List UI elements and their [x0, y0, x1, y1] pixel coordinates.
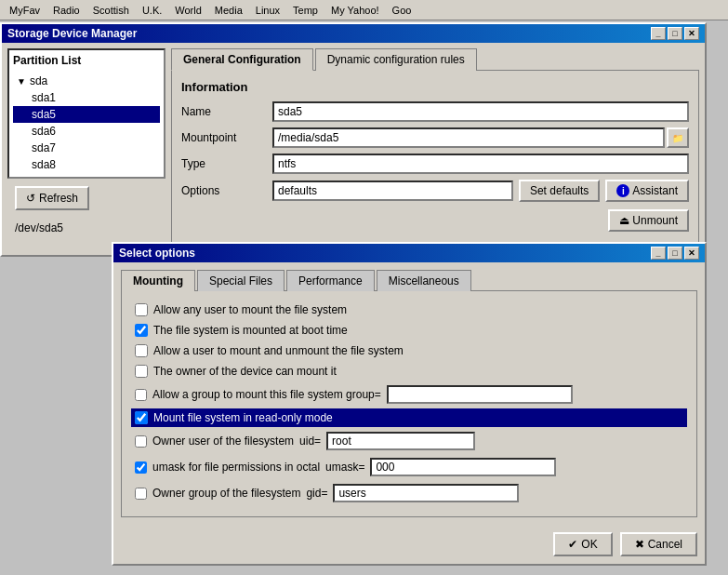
checkbox-label-6: Mount file system in read-only mode: [153, 411, 333, 424]
browse-button[interactable]: 📁: [667, 127, 689, 148]
taskbar-world[interactable]: World: [169, 3, 207, 18]
unmount-button[interactable]: ⏏ Unmount: [608, 209, 689, 232]
type-row: Type: [181, 154, 689, 174]
dialog-titlebar-buttons: _ □ ✕: [651, 247, 699, 260]
refresh-button[interactable]: ↺ Refresh: [15, 186, 89, 210]
checkbox-row-3: Allow a user to mount and unmount the fi…: [131, 341, 687, 360]
mountpoint-label: Mountpoint: [181, 131, 265, 144]
tab-dynamic-config[interactable]: Dynamic configuration rules: [315, 48, 477, 71]
checkbox-5[interactable]: [135, 389, 147, 401]
folder-icon: 📁: [672, 133, 683, 143]
select-options-dialog: Select options _ □ ✕ Mounting Special Fi…: [112, 242, 707, 566]
type-input[interactable]: [272, 154, 689, 174]
checkbox-row-5: Allow a group to mount this file system …: [131, 382, 687, 407]
checkbox-label-5: Allow a group to mount this file system …: [152, 388, 381, 401]
checkbox-label-7: Owner user of the filesystem: [152, 435, 294, 448]
taskbar-temp[interactable]: Temp: [287, 3, 324, 18]
arrow-down-icon: ▼: [17, 76, 26, 87]
tab-special-files[interactable]: Special Files: [197, 270, 285, 291]
checkbox-7[interactable]: [135, 435, 147, 448]
cancel-button[interactable]: ✖ Cancel: [620, 532, 697, 556]
checkbox-4[interactable]: [135, 365, 148, 378]
checkbox-6[interactable]: [135, 411, 148, 424]
mountpoint-row: Mountpoint 📁: [181, 127, 689, 148]
refresh-icon: ↺: [26, 192, 35, 205]
window-content: Partition List ▼ sda sda1 sda5 sda6 sda7: [2, 43, 705, 255]
partition-list-title: Partition List: [13, 54, 160, 67]
name-row: Name: [181, 101, 689, 122]
name-input[interactable]: [272, 101, 689, 122]
checkbox-row-4: The owner of the device can mount it: [131, 362, 687, 381]
mounting-tab-content: Allow any user to mount the file system …: [121, 290, 697, 517]
taskbar-media[interactable]: Media: [209, 3, 248, 18]
titlebar-buttons: _ □ ✕: [651, 27, 699, 40]
umask-input[interactable]: [370, 458, 556, 476]
minimize-button[interactable]: _: [651, 27, 666, 40]
checkbox-row-1: Allow any user to mount the file system: [131, 301, 687, 319]
group-input-5[interactable]: [387, 385, 573, 404]
partition-item-sda5[interactable]: sda5: [13, 106, 160, 123]
info-title: Information: [181, 80, 689, 94]
umask-label: umask=: [325, 461, 364, 474]
tab-performance[interactable]: Performance: [286, 270, 375, 291]
checkbox-1[interactable]: [135, 303, 148, 316]
uid-input[interactable]: [326, 432, 475, 450]
dialog-minimize-button[interactable]: _: [651, 247, 666, 260]
checkbox-label-9: Owner group of the filesystem: [152, 487, 300, 500]
checkbox-label-4: The owner of the device can mount it: [153, 365, 337, 378]
options-label: Options: [181, 184, 265, 197]
assistant-button[interactable]: i Assistant: [605, 180, 689, 202]
partition-item-sda8[interactable]: sda8: [13, 156, 160, 173]
taskbar-google[interactable]: Goo: [387, 3, 417, 18]
partition-item-sda6[interactable]: sda6: [13, 123, 160, 140]
partition-item-sda7[interactable]: sda7: [13, 140, 160, 156]
tab-general-config[interactable]: General Configuration: [171, 48, 313, 71]
mountpoint-input-group: 📁: [272, 127, 689, 148]
dialog-maximize-button[interactable]: □: [668, 247, 682, 260]
uid-label: uid=: [299, 435, 321, 448]
checkbox-8[interactable]: [135, 461, 147, 474]
checkbox-3[interactable]: [135, 344, 148, 357]
cancel-icon: ✖: [635, 538, 644, 551]
right-panel: General Configuration Dynamic configurat…: [171, 48, 699, 249]
taskbar-myfav[interactable]: MyFav: [4, 3, 46, 18]
taskbar-linux[interactable]: Linux: [250, 3, 285, 18]
checkbox-label-1: Allow any user to mount the file system: [153, 303, 347, 316]
set-defaults-button[interactable]: Set defaults: [519, 180, 600, 202]
tab-mounting[interactable]: Mounting: [121, 270, 195, 291]
taskbar-yahoo[interactable]: My Yahoo!: [325, 3, 385, 18]
maximize-button[interactable]: □: [668, 27, 682, 40]
dialog-tabs: Mounting Special Files Performance Misce…: [121, 270, 697, 291]
ok-icon: ✔: [568, 538, 577, 551]
dialog-buttons: ✔ OK ✖ Cancel: [113, 525, 705, 564]
checkbox-row-6: Mount file system in read-only mode: [131, 408, 687, 427]
taskbar-radio[interactable]: Radio: [47, 3, 86, 18]
partition-item-sda1[interactable]: sda1: [13, 89, 160, 106]
options-group: Set defaults i Assistant: [272, 180, 689, 202]
taskbar: MyFav Radio Scottish U.K. World Media Li…: [0, 0, 728, 20]
unmount-icon: ⏏: [619, 214, 629, 227]
checkbox-2[interactable]: [135, 324, 148, 337]
checkbox-label-2: The file system is mounted at boot time: [153, 324, 348, 337]
info-section: Information Name Mountpoint 📁: [181, 80, 689, 232]
options-input[interactable]: [272, 181, 513, 201]
mountpoint-input[interactable]: [272, 127, 665, 148]
tab-miscellaneous[interactable]: Miscellaneous: [377, 270, 471, 291]
checkbox-row-9: Owner group of the filesystem gid=: [131, 481, 687, 505]
type-label: Type: [181, 157, 265, 170]
taskbar-scottish[interactable]: Scottish: [87, 3, 135, 18]
options-row: Options Set defaults i Assistant: [181, 180, 689, 202]
dialog-close-button[interactable]: ✕: [684, 247, 699, 260]
checkbox-9[interactable]: [135, 488, 147, 500]
checkbox-row-2: The file system is mounted at boot time: [131, 321, 687, 340]
main-tabs: General Configuration Dynamic configurat…: [171, 48, 699, 71]
unmount-row: ⏏ Unmount: [181, 209, 689, 232]
dialog-content: Mounting Special Files Performance Misce…: [113, 262, 705, 525]
close-button[interactable]: ✕: [684, 27, 699, 40]
ok-button[interactable]: ✔ OK: [553, 532, 612, 556]
name-label: Name: [181, 105, 265, 118]
taskbar-uk[interactable]: U.K.: [137, 3, 167, 18]
gid-input[interactable]: [333, 484, 519, 502]
assistant-icon: i: [616, 184, 629, 197]
partition-item-sda[interactable]: ▼ sda: [13, 73, 160, 89]
